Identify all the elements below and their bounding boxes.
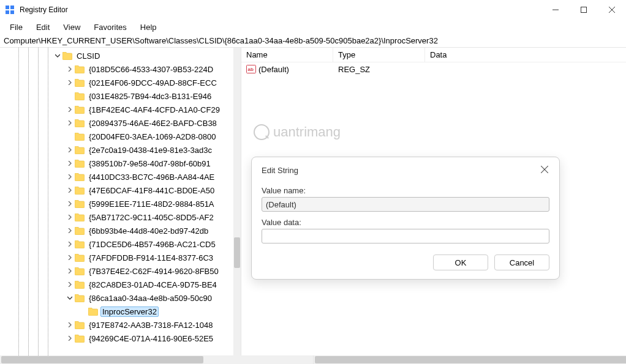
tree-pane[interactable]: CLSID{018D5C66-4533-4307-9B53-224D{021E4… [0, 48, 241, 355]
tree-item-7[interactable]: {389510b7-9e58-40d7-98bf-60b91 [0, 157, 241, 170]
folder-icon [75, 240, 85, 248]
list-hscroll[interactable] [314, 355, 627, 364]
watermark-text: uantrimang [273, 124, 341, 140]
value-name-label: Value name: [262, 186, 549, 195]
folder-icon [75, 335, 85, 343]
titlebar: Registry Editor [0, 0, 626, 20]
tree-item-9[interactable]: {47E6DCAF-41F8-441C-BD0E-A50 [0, 184, 241, 197]
tree-label: {389510b7-9e58-40d7-98bf-60b91 [87, 158, 213, 169]
tree-item-17[interactable]: {86ca1aa0-34aa-4e8b-a509-50c90 [0, 291, 241, 305]
expand-toggle[interactable] [66, 107, 74, 112]
expand-toggle[interactable] [66, 188, 74, 193]
tree-item-16[interactable]: {82CA8DE3-01AD-4CEA-9D75-BE4 [0, 278, 241, 291]
menu-view[interactable]: View [57, 21, 86, 33]
tree-label: {5AB7172C-9C11-405C-8DD5-AF2 [87, 212, 216, 223]
column-data[interactable]: Data [425, 48, 626, 62]
expand-toggle[interactable] [66, 174, 74, 179]
menu-edit[interactable]: Edit [30, 21, 56, 33]
tree-item-12[interactable]: {6bb93b4e-44d8-40e2-bd97-42db [0, 224, 241, 237]
tree-item-14[interactable]: {7AFDFDDB-F914-11E4-8377-6C3 [0, 251, 241, 264]
tree-clsid[interactable]: CLSID [0, 49, 241, 62]
maximize-button[interactable] [570, 0, 598, 20]
list-pane: Name Type Data ab (Default) REG_SZ uantr… [241, 48, 626, 355]
string-value-icon: ab [246, 64, 256, 74]
tree-label: {20D04FE0-3AEA-1069-A2D8-0800 [87, 132, 217, 142]
column-name[interactable]: Name [241, 48, 333, 62]
expand-toggle[interactable] [66, 201, 74, 206]
folder-icon [75, 267, 85, 275]
svg-rect-0 [6, 6, 9, 9]
tree-label: {031E4825-7B94-4dc3-B131-E946 [87, 91, 213, 102]
tree-item-10[interactable]: {5999E1EE-711E-48D2-9884-851A [0, 197, 241, 210]
menubar: File Edit View Favorites Help [0, 20, 626, 34]
tree-scrollbar[interactable] [233, 48, 241, 355]
value-row[interactable]: ab (Default) REG_SZ [241, 62, 626, 76]
folder-icon [75, 133, 85, 141]
expand-toggle[interactable] [66, 147, 74, 152]
menu-favorites[interactable]: Favorites [88, 21, 132, 33]
expand-toggle[interactable] [66, 255, 74, 260]
svg-rect-3 [10, 10, 14, 14]
tree-inprocserver32[interactable]: InprocServer32 [0, 305, 241, 318]
expand-toggle[interactable] [66, 228, 74, 233]
folder-icon [75, 173, 85, 181]
menu-file[interactable]: File [4, 21, 29, 33]
folder-icon [75, 200, 85, 208]
folder-icon [75, 187, 85, 195]
svg-rect-2 [6, 10, 9, 14]
folder-icon [75, 79, 85, 87]
expand-toggle[interactable] [66, 282, 74, 287]
folder-icon [75, 160, 85, 168]
tree-item-4[interactable]: {20894375-46AE-46E2-BAFD-CB38 [0, 116, 241, 130]
folder-icon [88, 308, 98, 316]
minimize-button[interactable] [541, 0, 570, 20]
tree-item-18[interactable]: {917E8742-AA3B-7318-FA12-1048 [0, 318, 241, 332]
folder-icon [75, 321, 85, 329]
window-title: Registry Editor [20, 6, 541, 14]
expand-toggle[interactable] [66, 67, 74, 72]
tree-label: {7B37E4E2-C62F-4914-9620-8FB50 [87, 266, 221, 277]
tree-item-11[interactable]: {5AB7172C-9C11-405C-8DD5-AF2 [0, 210, 241, 224]
tree-hscroll[interactable] [0, 355, 314, 364]
tree-item-2[interactable]: {031E4825-7B94-4dc3-B131-E946 [0, 89, 241, 103]
tree-label: {2e7c0a19-0438-41e9-81e3-3ad3c [87, 145, 214, 155]
value-data-input[interactable] [262, 229, 549, 243]
menu-help[interactable]: Help [134, 21, 163, 33]
value-name-input[interactable] [262, 197, 549, 212]
tree-item-0[interactable]: {018D5C66-4533-4307-9B53-224D [0, 62, 241, 76]
tree-label: {47E6DCAF-41F8-441C-BD0E-A50 [87, 185, 216, 196]
close-button[interactable] [598, 0, 626, 20]
dialog-close-button[interactable] [540, 165, 549, 176]
tree-item-1[interactable]: {021E4F06-9DCC-49AD-88CF-ECC [0, 76, 241, 89]
tree-item-8[interactable]: {4410DC33-BC7C-496B-AA84-4AE [0, 170, 241, 184]
cancel-button[interactable]: Cancel [494, 254, 549, 270]
expand-toggle[interactable] [66, 269, 74, 273]
expand-toggle[interactable] [66, 161, 74, 166]
tree-item-13[interactable]: {71DCE5D6-4B57-496B-AC21-CD5 [0, 237, 241, 251]
tree-item-3[interactable]: {1BF42E4C-4AF4-4CFD-A1A0-CF29 [0, 103, 241, 116]
column-type[interactable]: Type [333, 48, 425, 62]
value-name: (Default) [258, 65, 289, 74]
tree-label: {94269C4E-071A-4116-90E6-52E5 [87, 333, 215, 344]
folder-icon [75, 119, 85, 127]
expand-toggle[interactable] [66, 80, 74, 85]
address-bar[interactable]: Computer\HKEY_CURRENT_USER\Software\Clas… [0, 34, 626, 48]
expand-toggle[interactable] [54, 53, 61, 58]
folder-icon [62, 52, 72, 60]
expand-toggle[interactable] [66, 336, 74, 341]
ok-button[interactable]: OK [433, 254, 488, 270]
tree-label: {021E4F06-9DCC-49AD-88CF-ECC [87, 78, 219, 88]
tree-item-19[interactable]: {94269C4E-071A-4116-90E6-52E5 [0, 332, 241, 345]
expand-toggle[interactable] [66, 121, 74, 125]
tree-item-5[interactable]: {20D04FE0-3AEA-1069-A2D8-0800 [0, 130, 241, 143]
expand-toggle[interactable] [66, 295, 74, 300]
expand-toggle[interactable] [66, 322, 74, 327]
folder-icon [75, 294, 85, 302]
tree-item-6[interactable]: {2e7c0a19-0438-41e9-81e3-3ad3c [0, 143, 241, 157]
tree-label: {71DCE5D6-4B57-496B-AC21-CD5 [87, 239, 217, 250]
expand-toggle[interactable] [66, 242, 74, 247]
tree-item-15[interactable]: {7B37E4E2-C62F-4914-9620-8FB50 [0, 264, 241, 278]
tree-label: {7AFDFDDB-F914-11E4-8377-6C3 [87, 253, 215, 263]
tree-label: {018D5C66-4533-4307-9B53-224D [87, 64, 215, 75]
expand-toggle[interactable] [66, 215, 74, 220]
